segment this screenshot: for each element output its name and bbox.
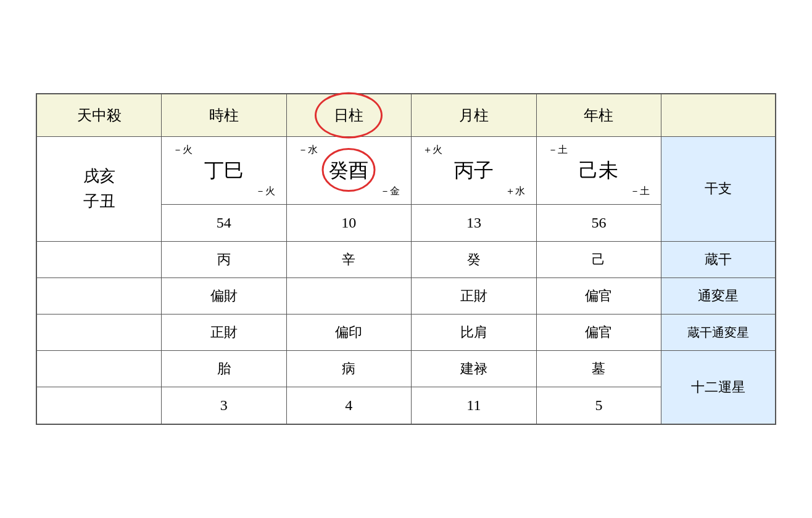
tenchusatsu-tsuuhensei-empty — [36, 278, 162, 314]
jichi-juuniunsei-cell: 胎 — [162, 351, 287, 387]
jichi-kanshi-inner: －火 丁巳 －火 — [167, 143, 281, 199]
kuukan-tsuuhensei-label-cell: 蔵干通変星 — [661, 314, 776, 351]
tsukichi-kanshi-cell: ＋火 丙子 ＋水 — [412, 136, 537, 205]
jichi-kuukan-cell: 丙 — [162, 242, 287, 278]
header-jichi: 時柱 — [162, 94, 287, 137]
juuniunsei-top-row: 胎 病 建禄 墓 十二運星 — [36, 351, 776, 387]
nengichi-juuniunsei-bottom-cell: 5 — [536, 387, 661, 425]
header-row: 天中殺 時柱 日柱 月柱 年柱 — [36, 94, 776, 137]
juuniunsei-label-cell: 十二運星 — [661, 351, 776, 425]
nengichi-number-cell: 56 — [536, 205, 661, 242]
tsukichi-kuukan-cell: 癸 — [412, 242, 537, 278]
nichichi-juuniunsei-bottom-cell: 4 — [286, 387, 412, 425]
nengichi-kanshi-inner: －土 己未 －土 — [542, 143, 657, 199]
jichi-top-label: －火 — [173, 143, 193, 157]
nengichi-kuukan-tsuuhensei-cell: 偏官 — [536, 314, 661, 351]
tsukichi-bottom-label: ＋水 — [505, 184, 525, 198]
nichichi-kuukan-tsuuhensei-cell: 偏印 — [286, 314, 412, 351]
nichichi-main: 癸酉 — [329, 157, 368, 184]
nichichi-kuukan-cell: 辛 — [286, 242, 412, 278]
jichi-number-cell: 54 — [162, 205, 287, 242]
tenchusatsu-juuniunsei-bottom-empty — [36, 387, 162, 425]
tsukichi-tsuuhensei-cell: 正財 — [412, 278, 537, 314]
nengichi-kanshi-cell: －土 己未 －土 — [536, 136, 661, 205]
tsukichi-juuniunsei-bottom-cell: 11 — [412, 387, 537, 425]
nichichi-juuniunsei-cell: 病 — [286, 351, 412, 387]
nengichi-kuukan-cell: 己 — [536, 242, 661, 278]
header-tenchusatsu: 天中殺 — [36, 94, 162, 137]
header-tsukichi: 月柱 — [412, 94, 537, 137]
header-nengichi: 年柱 — [536, 94, 661, 137]
kuukan-tsuuhensei-row: 正財 偏印 比肩 偏官 蔵干通変星 — [36, 314, 776, 351]
nichichi-main-text: 癸酉 — [329, 159, 368, 181]
tsukichi-main: 丙子 — [454, 157, 494, 184]
nengichi-bottom-label: －土 — [630, 184, 650, 198]
tsukichi-kuukan-tsuuhensei-cell: 比肩 — [412, 314, 537, 351]
nichichi-kanshi-inner: －水 癸酉 －金 — [292, 143, 407, 199]
tenchusatsu-kuukan-empty — [36, 242, 162, 278]
nengichi-juuniunsei-cell: 墓 — [536, 351, 661, 387]
kanshi-row: 戌亥子丑 －火 丁巳 －火 －水 癸酉 — [36, 136, 776, 205]
nengichi-top-label: －土 — [548, 143, 568, 157]
nengichi-tsuuhensei-cell: 偏官 — [536, 278, 661, 314]
tsukichi-top-label: ＋火 — [423, 143, 442, 157]
header-nichichi-text: 日柱 — [334, 107, 363, 123]
header-nichichi: 日柱 — [286, 94, 412, 137]
jichi-kanshi-cell: －火 丁巳 －火 — [162, 136, 287, 205]
tsuuhensei-label-cell: 通変星 — [661, 278, 776, 314]
tenchusatsu-value: 戌亥子丑 — [83, 167, 115, 211]
tenchusatsu-kuukan-tsuuhensei-empty — [36, 314, 162, 351]
tsukichi-number-cell: 13 — [412, 205, 537, 242]
tsukichi-kanshi-inner: ＋火 丙子 ＋水 — [416, 143, 531, 199]
nengichi-main: 己未 — [579, 157, 618, 184]
nichichi-bottom-label: －金 — [380, 184, 400, 198]
tenchusatsu-cell: 戌亥子丑 — [36, 136, 162, 242]
nichichi-number-cell: 10 — [286, 205, 412, 242]
tsukichi-juuniunsei-cell: 建禄 — [412, 351, 537, 387]
nichichi-kanshi-cell: －水 癸酉 －金 — [286, 136, 412, 205]
header-label-empty — [661, 94, 776, 137]
main-table-wrapper: 天中殺 時柱 日柱 月柱 年柱 戌亥子丑 －火 丁巳 －火 — [36, 93, 776, 426]
jichi-main: 丁巳 — [204, 157, 244, 184]
kuukan-label-cell: 蔵干 — [661, 242, 776, 278]
tsuuhensei-row: 偏財 正財 偏官 通変星 — [36, 278, 776, 314]
jichi-tsuuhensei-cell: 偏財 — [162, 278, 287, 314]
jichi-juuniunsei-bottom-cell: 3 — [162, 387, 287, 425]
kanshi-label-cell: 干支 — [661, 136, 776, 242]
nichichi-top-label: －水 — [298, 143, 318, 157]
tenchusatsu-juuniunsei-empty — [36, 351, 162, 387]
nichichi-tsuuhensei-cell — [286, 278, 412, 314]
jichi-bottom-label: －火 — [255, 184, 275, 198]
kuukan-row: 丙 辛 癸 己 蔵干 — [36, 242, 776, 278]
jichi-kuukan-tsuuhensei-cell: 正財 — [162, 314, 287, 351]
